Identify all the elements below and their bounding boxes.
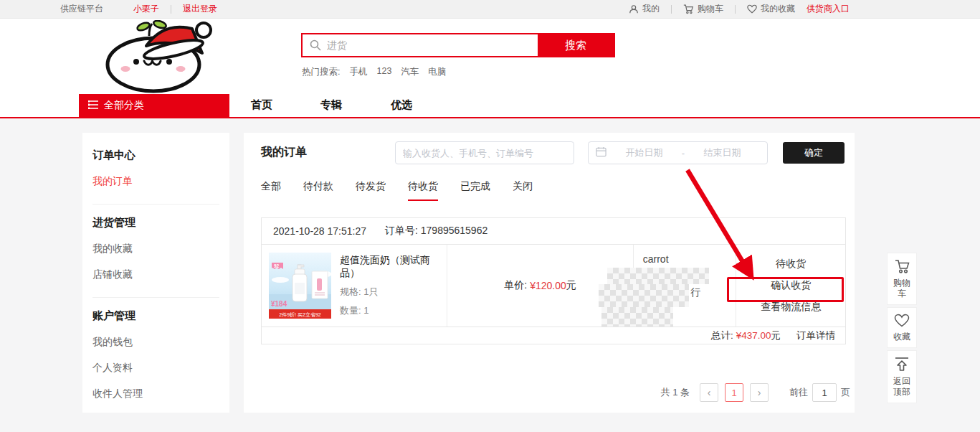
censor-visible-char: 行 <box>690 286 700 299</box>
date-range-picker[interactable]: 开始日期 - 结束日期 <box>588 141 768 164</box>
sidebar-item-recipient-mgmt[interactable]: 收件人管理 <box>92 388 219 400</box>
cart-link[interactable]: 购物车 <box>683 3 723 15</box>
tab-closed[interactable]: 关闭 <box>513 180 533 201</box>
tab-pending-shipment[interactable]: 待发货 <box>356 180 386 201</box>
censor-mosaic <box>601 307 673 327</box>
favorites-link[interactable]: 我的收藏 <box>747 3 795 15</box>
sidebar-group-purchase-mgmt: 进货管理 <box>92 216 219 230</box>
cart-icon <box>683 4 694 14</box>
sidebar-group-order-center: 订单中心 <box>92 149 219 162</box>
total-unit: 元 <box>771 329 781 342</box>
sidebar: 订单中心 我的订单 进货管理 我的收藏 店铺收藏 账户管理 我的钱包 个人资料 … <box>82 133 229 413</box>
search-button[interactable]: 搜索 <box>538 34 614 56</box>
price-unit: 元 <box>566 279 576 292</box>
nav-picks[interactable]: 优选 <box>391 98 412 112</box>
product-info: 超值洗面奶（测试商品） 规格: 1只 数量: 1 <box>340 254 447 317</box>
hot-search-label: 热门搜索: <box>302 66 340 78</box>
heart-icon <box>747 4 757 14</box>
float-favorite-button[interactable]: 收藏 <box>887 307 917 348</box>
view-logistics-button[interactable]: 查看物流信息 <box>761 301 821 314</box>
cart-icon <box>894 259 910 276</box>
all-categories-button[interactable]: 全部分类 <box>79 94 229 117</box>
divider <box>92 204 219 205</box>
my-account-link[interactable]: 我的 <box>629 3 660 15</box>
pagination-total: 共 1 条 <box>661 386 690 399</box>
prev-page-button[interactable]: ‹ <box>700 383 718 402</box>
divider <box>735 5 736 14</box>
product-cell: 92 ¥184 2件9折! 买2立省92 <box>262 245 447 327</box>
tab-all[interactable]: 全部 <box>261 180 281 201</box>
search-input[interactable] <box>303 34 538 56</box>
next-page-button[interactable]: › <box>750 383 769 402</box>
hot-keyword[interactable]: 手机 <box>349 66 367 78</box>
nav-albums[interactable]: 专辑 <box>320 98 342 112</box>
product-spec: 规格: 1只 <box>340 286 447 299</box>
goto-page-input[interactable] <box>812 383 837 402</box>
heart-icon <box>894 314 910 329</box>
logout-link[interactable]: 退出登录 <box>183 3 217 15</box>
menu-icon <box>88 100 98 111</box>
main-nav: 全部分类 首页 专辑 优选 <box>0 94 980 118</box>
arrow-up-icon <box>894 357 910 374</box>
product-quantity: 数量: 1 <box>340 304 447 317</box>
order-status: 待收货 <box>776 258 806 271</box>
pagination: 共 1 条 ‹ 1 › 前往 页 <box>661 383 850 402</box>
divider <box>92 297 219 298</box>
product-image-badge: 92 <box>274 263 280 268</box>
hot-search: 热门搜索: 手机 123 汽车 电脑 <box>302 66 446 78</box>
total-value: ¥437.00 <box>736 330 771 341</box>
page-title: 我的订单 <box>261 145 307 160</box>
supplier-entry-link[interactable]: 供货商入口 <box>807 3 850 15</box>
user-icon <box>629 4 639 14</box>
username-link[interactable]: 小栗子 <box>133 3 159 15</box>
floating-toolbar: 购物车 收藏 返回顶部 <box>887 253 917 403</box>
buyer-name: carrot <box>643 253 669 265</box>
topbar: 供应链平台 小栗子 退出登录 我的 购物车 我的收藏 供货商入口 <box>0 0 980 19</box>
main-panel: 我的订单 开始日期 - 结束日期 确定 全部 待付款 待发货 待收货 已完成 关… <box>244 133 855 413</box>
platform-name: 供应链平台 <box>60 3 103 15</box>
order-header: 2021-10-28 17:51:27 订单号: 179895615962 <box>262 218 845 245</box>
tab-pending-payment[interactable]: 待付款 <box>303 180 333 201</box>
censor-mosaic <box>607 268 709 284</box>
price-value: ¥120.00 <box>530 280 566 291</box>
sidebar-group-account-mgmt: 账户管理 <box>92 309 219 323</box>
site-logo[interactable] <box>80 20 234 93</box>
float-cart-button[interactable]: 购物车 <box>887 253 917 305</box>
product-image-price: ¥184 <box>271 300 287 308</box>
sidebar-item-shop-favorites[interactable]: 店铺收藏 <box>92 268 219 281</box>
order-total-row: 总计: ¥437.00元 订单详情 <box>262 327 845 344</box>
product-image[interactable]: 92 ¥184 2件9折! 买2立省92 <box>269 253 331 319</box>
nav-home[interactable]: 首页 <box>251 98 272 112</box>
date-end-placeholder: 结束日期 <box>685 146 760 159</box>
price-label: 单价: <box>504 279 527 292</box>
back-to-top-button[interactable]: 返回顶部 <box>887 350 917 403</box>
order-filter-input[interactable] <box>395 141 574 164</box>
calendar-icon <box>596 146 606 159</box>
product-image-promo: 2件9折! 买2立省92 <box>279 312 320 318</box>
sidebar-item-my-favorites[interactable]: 我的收藏 <box>92 243 219 255</box>
order-detail-link[interactable]: 订单详情 <box>796 329 835 342</box>
divider <box>671 5 672 14</box>
sidebar-item-my-wallet[interactable]: 我的钱包 <box>92 336 219 349</box>
sidebar-item-profile[interactable]: 个人资料 <box>92 362 219 375</box>
topbar-left: 供应链平台 小栗子 退出登录 <box>60 3 217 15</box>
order-number: 订单号: 179895615962 <box>385 225 487 238</box>
sidebar-item-my-orders[interactable]: 我的订单 <box>92 175 219 188</box>
confirm-filter-button[interactable]: 确定 <box>783 142 845 164</box>
censor-mosaic <box>599 284 689 307</box>
goto-label: 前往 <box>789 386 808 399</box>
date-start-placeholder: 开始日期 <box>606 146 682 159</box>
hot-keyword[interactable]: 123 <box>376 66 391 78</box>
hot-keyword[interactable]: 电脑 <box>428 66 446 78</box>
page-unit-label: 页 <box>841 386 850 399</box>
total-label: 总计: <box>711 329 733 342</box>
hot-keyword[interactable]: 汽车 <box>401 66 419 78</box>
product-name[interactable]: 超值洗面奶（测试商品） <box>340 254 447 280</box>
annotation-highlight-box <box>727 277 844 302</box>
search-icon <box>310 39 321 54</box>
topbar-right: 我的 购物车 我的收藏 供货商入口 <box>629 3 850 15</box>
site-header: 搜索 热门搜索: 手机 123 汽车 电脑 <box>0 19 980 94</box>
tab-completed[interactable]: 已完成 <box>460 180 490 201</box>
page-number-1[interactable]: 1 <box>725 383 743 402</box>
tab-pending-receipt[interactable]: 待收货 <box>408 180 438 201</box>
